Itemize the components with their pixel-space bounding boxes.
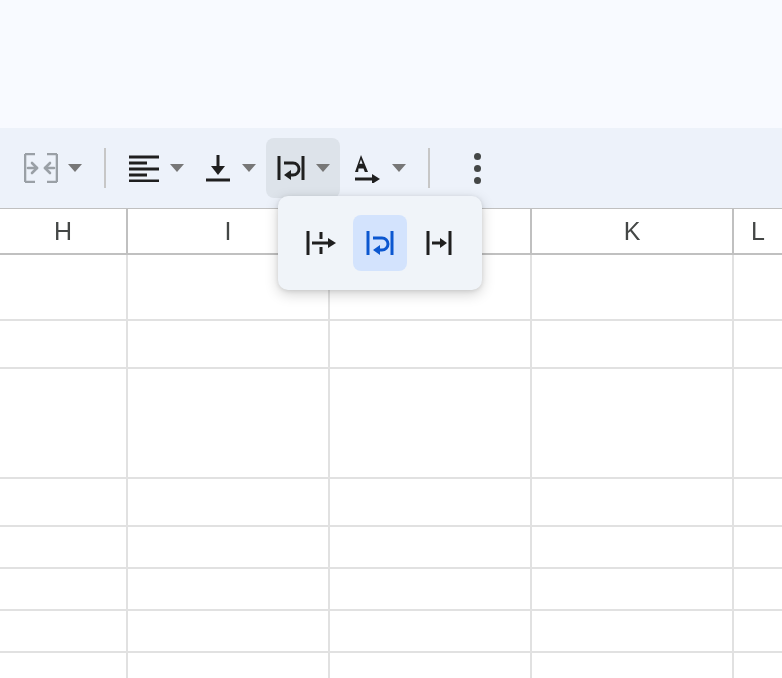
cell[interactable] — [0, 369, 128, 477]
cell[interactable] — [128, 479, 330, 525]
cell[interactable] — [128, 369, 330, 477]
cell[interactable] — [330, 569, 532, 609]
cell[interactable] — [734, 321, 782, 367]
align-left-icon — [128, 154, 160, 182]
cell[interactable] — [734, 369, 782, 477]
vertical-align-button[interactable] — [194, 138, 266, 198]
blank-header-area — [0, 0, 782, 128]
cell[interactable] — [532, 255, 734, 319]
column-header[interactable]: H — [0, 209, 128, 253]
svg-marker-12 — [372, 174, 380, 183]
cell[interactable] — [330, 321, 532, 367]
svg-marker-24 — [440, 238, 447, 248]
column-header[interactable]: L — [734, 209, 782, 253]
table-row — [0, 479, 782, 527]
table-row — [0, 569, 782, 611]
clip-icon — [424, 228, 454, 258]
cell[interactable] — [128, 527, 330, 567]
cell[interactable] — [0, 479, 128, 525]
cell[interactable] — [0, 653, 128, 678]
text-wrapping-popup — [278, 196, 482, 290]
cell[interactable] — [0, 611, 128, 651]
cell[interactable] — [532, 369, 734, 477]
cell[interactable] — [128, 653, 330, 678]
wrap-icon — [365, 228, 395, 258]
cell[interactable] — [532, 611, 734, 651]
cell[interactable] — [532, 479, 734, 525]
wrap-option-overflow[interactable] — [294, 215, 349, 271]
cell[interactable] — [0, 255, 128, 319]
cell[interactable] — [128, 321, 330, 367]
table-row — [0, 653, 782, 678]
cell[interactable] — [330, 479, 532, 525]
cell[interactable] — [734, 569, 782, 609]
svg-marker-6 — [211, 166, 225, 175]
cell[interactable] — [128, 569, 330, 609]
cell[interactable] — [734, 653, 782, 678]
table-row — [0, 369, 782, 479]
cell[interactable] — [330, 527, 532, 567]
toolbar-divider — [428, 148, 430, 188]
cell[interactable] — [734, 527, 782, 567]
text-rotation-button[interactable] — [340, 138, 416, 198]
table-row — [0, 611, 782, 653]
cell[interactable] — [0, 569, 128, 609]
cell[interactable] — [532, 653, 734, 678]
svg-marker-10 — [284, 170, 291, 180]
column-header[interactable]: K — [532, 209, 734, 253]
cell[interactable] — [0, 527, 128, 567]
table-row — [0, 321, 782, 369]
cell[interactable] — [330, 369, 532, 477]
chevron-down-icon — [68, 164, 82, 172]
vertical-align-bottom-icon — [204, 153, 232, 183]
more-vert-icon — [474, 153, 481, 160]
table-row — [0, 527, 782, 569]
cell[interactable] — [734, 255, 782, 319]
cell[interactable] — [532, 569, 734, 609]
text-wrap-icon — [276, 153, 306, 183]
cell[interactable] — [532, 527, 734, 567]
horizontal-align-button[interactable] — [118, 138, 194, 198]
grid-body[interactable] — [0, 255, 782, 678]
cell[interactable] — [128, 611, 330, 651]
more-button[interactable] — [456, 153, 499, 184]
toolbar-divider — [104, 148, 106, 188]
chevron-down-icon — [242, 164, 256, 172]
chevron-down-icon — [316, 164, 330, 172]
wrap-option-clip[interactable] — [411, 215, 466, 271]
svg-marker-20 — [373, 245, 380, 255]
cell[interactable] — [734, 611, 782, 651]
cell[interactable] — [734, 479, 782, 525]
overflow-icon — [304, 228, 338, 258]
chevron-down-icon — [392, 164, 406, 172]
cell[interactable] — [330, 611, 532, 651]
cell[interactable] — [0, 321, 128, 367]
svg-marker-17 — [328, 238, 336, 248]
merge-cells-button[interactable] — [14, 138, 92, 198]
wrap-option-wrap[interactable] — [353, 215, 408, 271]
chevron-down-icon — [170, 164, 184, 172]
cell[interactable] — [330, 653, 532, 678]
merge-cells-icon — [24, 153, 58, 183]
text-rotation-icon — [350, 153, 382, 183]
cell[interactable] — [532, 321, 734, 367]
text-wrapping-button[interactable] — [266, 138, 340, 198]
